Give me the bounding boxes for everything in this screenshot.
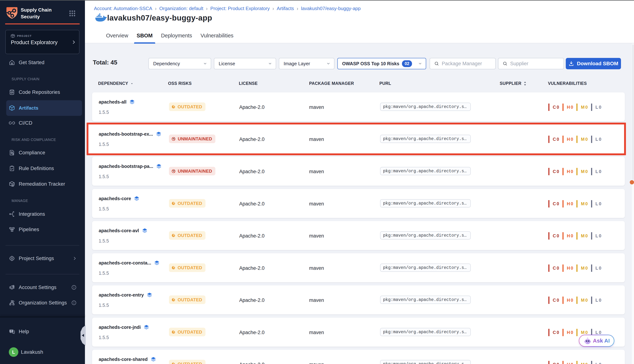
svg-text:?: ?	[11, 330, 12, 332]
